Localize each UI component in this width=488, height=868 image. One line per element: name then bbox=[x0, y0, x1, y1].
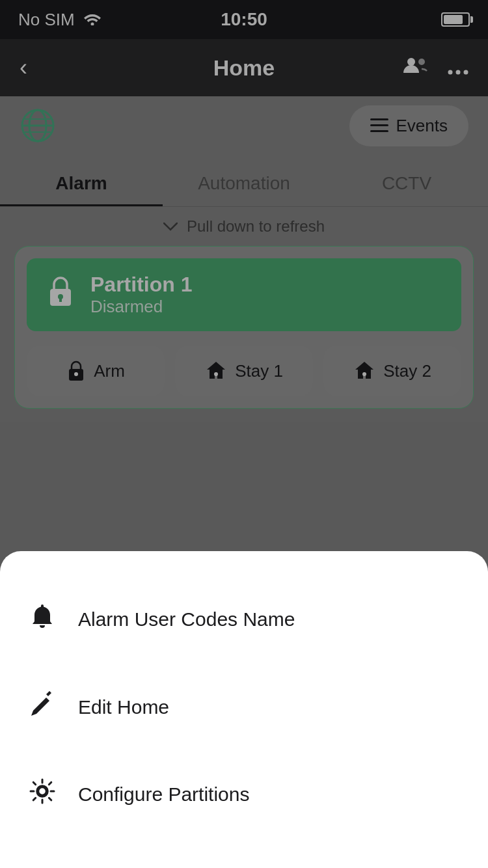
edit-home-label: Edit Home bbox=[78, 696, 169, 718]
sheet-item-configure-partitions[interactable]: Configure Partitions bbox=[26, 759, 462, 829]
alarm-user-codes-label: Alarm User Codes Name bbox=[78, 608, 295, 631]
divider-2 bbox=[26, 741, 462, 759]
sheet-item-edit-home[interactable]: Edit Home bbox=[26, 673, 462, 741]
bell-icon bbox=[26, 602, 59, 636]
gear-icon bbox=[26, 778, 59, 811]
bottom-sheet: Alarm User Codes Name Edit Home Configur… bbox=[0, 551, 488, 868]
configure-partitions-label: Configure Partitions bbox=[78, 783, 249, 806]
pencil-icon bbox=[26, 691, 59, 723]
sheet-item-alarm-user-codes[interactable]: Alarm User Codes Name bbox=[26, 584, 462, 655]
svg-point-21 bbox=[38, 787, 46, 795]
divider-1 bbox=[26, 655, 462, 673]
